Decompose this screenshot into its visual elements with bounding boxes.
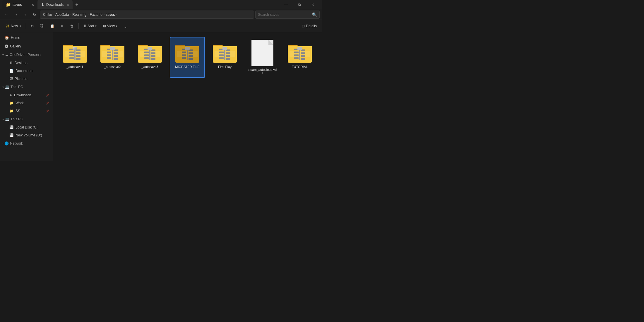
file-item-steam[interactable]: steam_autocloud.vdf bbox=[245, 37, 280, 78]
sidebar-item-pictures[interactable]: 🖼 Pictures bbox=[1, 75, 52, 83]
view-button[interactable]: ⊞ View ▾ bbox=[100, 22, 120, 30]
svg-rect-66 bbox=[301, 55, 305, 57]
svg-rect-65 bbox=[301, 52, 305, 54]
downloads-side-icon: ⬇ bbox=[9, 93, 12, 97]
tab-downloads-label: Downloads bbox=[46, 3, 64, 7]
restore-button[interactable]: ⧉ bbox=[293, 0, 306, 9]
sidebar-volumed-label: New Volume (D:) bbox=[16, 133, 42, 137]
svg-rect-14 bbox=[107, 52, 111, 53]
svg-rect-53 bbox=[226, 58, 230, 60]
content-area[interactable]: _autosave1 bbox=[53, 32, 322, 161]
sidebar-item-documents[interactable]: 📄 Documents bbox=[1, 67, 52, 75]
work-pin-icon: 📌 bbox=[46, 102, 49, 105]
gallery-icon: 🖼 bbox=[5, 44, 8, 48]
sidebar-item-gallery[interactable]: 🖼 Gallery bbox=[1, 42, 52, 50]
sidebar-network-label: Network bbox=[10, 141, 23, 145]
breadcrumb-appdata[interactable]: AppData bbox=[55, 13, 69, 17]
svg-rect-26 bbox=[144, 54, 149, 56]
minimize-button[interactable]: — bbox=[279, 0, 293, 9]
rename-button[interactable]: ✏ bbox=[58, 22, 67, 30]
svg-rect-40 bbox=[189, 52, 193, 54]
sidebar-item-volumed[interactable]: 💾 New Volume (D:) bbox=[1, 131, 52, 139]
folder-icon-firstplay bbox=[212, 40, 238, 63]
sidebar-item-home[interactable]: 🏠 Home bbox=[1, 34, 52, 42]
tab-downloads[interactable]: ⬇ Downloads ✕ bbox=[37, 0, 73, 9]
network-expand-icon: › bbox=[2, 142, 3, 145]
svg-rect-9 bbox=[76, 58, 80, 60]
documents-icon: 📄 bbox=[9, 69, 14, 73]
sidebar-network-header[interactable]: › 🌐 Network bbox=[0, 139, 53, 148]
breadcrumb-sep2: › bbox=[70, 13, 71, 16]
sidebar-item-localc[interactable]: 💾 Local Disk (C:) bbox=[1, 124, 52, 131]
file-item-firstplay[interactable]: First Play bbox=[207, 37, 242, 78]
cut-button[interactable]: ✂ bbox=[28, 22, 37, 30]
volumed-icon: 💾 bbox=[9, 133, 14, 137]
sidebar-item-desktop[interactable]: 🖥 Desktop bbox=[1, 59, 52, 67]
new-tab-button[interactable]: + bbox=[73, 1, 81, 9]
file-item-tutorial[interactable]: TUTORIAL bbox=[282, 37, 317, 78]
svg-rect-67 bbox=[301, 58, 305, 60]
sidebar-thispc-header[interactable]: ▾ 💻 This PC bbox=[0, 83, 53, 91]
sort-button[interactable]: ⇅ Sort ▾ bbox=[80, 22, 100, 30]
svg-rect-63 bbox=[294, 57, 299, 59]
sidebar: 🏠 Home 🖼 Gallery ▾ ☁ OneDrive - Persona … bbox=[0, 32, 53, 161]
file-item-autosave2[interactable]: _autosave2 bbox=[95, 37, 130, 78]
back-button[interactable]: ← bbox=[2, 11, 11, 19]
delete-button[interactable]: 🗑 bbox=[67, 22, 77, 30]
new-button[interactable]: ✨ New ▾ bbox=[2, 22, 24, 30]
tab-saves-close[interactable]: ✕ bbox=[32, 3, 34, 6]
close-button[interactable]: ✕ bbox=[306, 0, 320, 9]
tab-downloads-close[interactable]: ✕ bbox=[67, 3, 69, 6]
sidebar-desktop-label: Desktop bbox=[15, 61, 28, 65]
ss-icon: 📁 bbox=[9, 109, 14, 113]
more-button[interactable]: … bbox=[121, 22, 130, 30]
sidebar-ss-label: SS bbox=[16, 109, 20, 113]
folder-icon-autosave2 bbox=[99, 40, 126, 63]
sidebar-item-ss[interactable]: 📁 SS 📌 bbox=[1, 107, 52, 115]
downloads-pin-icon: 📌 bbox=[46, 94, 49, 97]
paste-button[interactable]: 📋 bbox=[47, 22, 57, 30]
sidebar-item-downloads[interactable]: ⬇ Downloads 📌 bbox=[1, 91, 52, 99]
sidebar-thispc2-label: This PC bbox=[11, 117, 23, 121]
svg-rect-29 bbox=[151, 52, 155, 54]
file-item-autosave1[interactable]: _autosave1 bbox=[57, 37, 93, 78]
copy-button[interactable]: ⿻ bbox=[37, 22, 47, 30]
toolbar: ✨ New ▾ ✂ ⿻ 📋 ✏ 🗑 ⇅ Sort ▾ ⊞ View ▾ … ⊟ … bbox=[0, 20, 322, 32]
svg-rect-15 bbox=[107, 54, 111, 56]
paste-icon: 📋 bbox=[50, 24, 54, 28]
search-icon[interactable]: 🔍 bbox=[312, 12, 317, 17]
up-button[interactable]: ↑ bbox=[21, 11, 29, 19]
new-dropdown-icon: ▾ bbox=[20, 25, 21, 28]
new-icon: ✨ bbox=[5, 24, 10, 28]
sidebar-onedrive-header[interactable]: ▾ ☁ OneDrive - Persona bbox=[0, 51, 53, 59]
file-item-autosave3[interactable]: _autosave3 bbox=[132, 37, 167, 78]
file-label-tutorial: TUTORIAL bbox=[292, 65, 308, 68]
sidebar-work-label: Work bbox=[16, 101, 24, 105]
breadcrumb[interactable]: Chiko › AppData › Roaming › Factorio › s… bbox=[40, 11, 254, 19]
svg-rect-36 bbox=[182, 52, 186, 53]
search-input[interactable] bbox=[258, 13, 310, 17]
sidebar-thispc2-header[interactable]: ▾ 💻 This PC bbox=[0, 115, 53, 123]
details-button[interactable]: ⊟ Details bbox=[299, 23, 320, 29]
svg-rect-3 bbox=[69, 52, 74, 53]
rename-icon: ✏ bbox=[61, 24, 64, 28]
tab-saves[interactable]: 📁 saves ✕ bbox=[2, 0, 37, 9]
breadcrumb-saves[interactable]: saves bbox=[106, 13, 115, 17]
breadcrumb-roaming[interactable]: Roaming bbox=[72, 13, 86, 17]
items-grid: _autosave1 bbox=[57, 37, 317, 78]
window-controls: — ⧉ ✕ bbox=[279, 0, 320, 9]
forward-button[interactable]: → bbox=[12, 11, 20, 19]
search-box[interactable]: 🔍 bbox=[255, 11, 320, 19]
file-item-migrated[interactable]: MIGRATED FILE bbox=[170, 37, 205, 78]
breadcrumb-sep3: › bbox=[88, 13, 88, 16]
file-label-autosave1: _autosave1 bbox=[67, 65, 83, 68]
breadcrumb-chiko[interactable]: Chiko bbox=[43, 13, 52, 17]
file-label-autosave2: _autosave2 bbox=[104, 65, 121, 68]
svg-rect-10 bbox=[73, 47, 77, 50]
breadcrumb-factorio[interactable]: Factorio bbox=[90, 13, 102, 17]
file-label-autosave3: _autosave3 bbox=[142, 65, 158, 68]
refresh-button[interactable]: ↻ bbox=[30, 11, 39, 19]
folder-icon-autosave1 bbox=[62, 40, 88, 63]
svg-rect-52 bbox=[226, 55, 230, 57]
sidebar-item-work[interactable]: 📁 Work 📌 bbox=[1, 99, 52, 107]
